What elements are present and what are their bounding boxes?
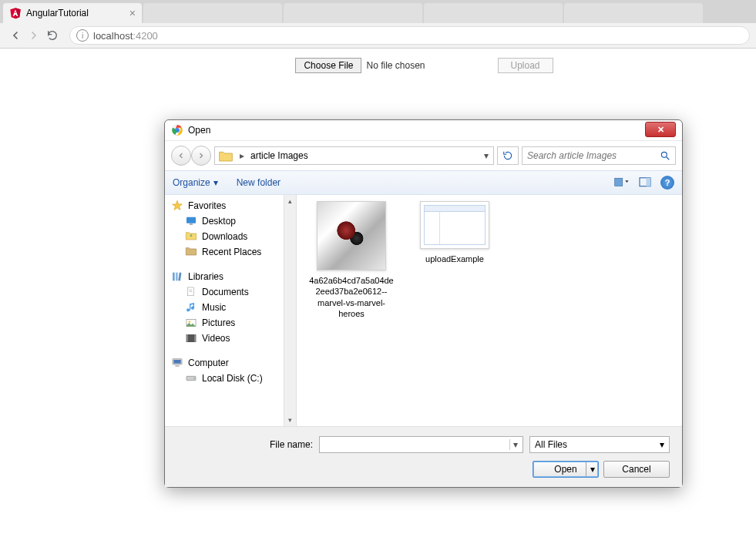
downloads-icon: [185, 230, 197, 243]
choose-file-button[interactable]: Choose File: [295, 58, 361, 73]
dialog-search-box[interactable]: [522, 146, 676, 165]
file-item[interactable]: uploadExample: [412, 201, 497, 264]
sidebar-item-desktop[interactable]: Desktop: [165, 213, 284, 229]
reload-button[interactable]: [43, 26, 62, 45]
videos-icon: [185, 332, 197, 344]
svg-rect-11: [173, 273, 175, 281]
scroll-down-icon[interactable]: ▾: [284, 414, 296, 426]
disk-icon: [185, 372, 197, 384]
music-icon: [185, 301, 197, 314]
organize-menu[interactable]: Organize ▾: [173, 177, 218, 188]
svg-point-4: [661, 152, 667, 157]
sidebar-item-local-disk[interactable]: Local Disk (C:): [165, 371, 284, 386]
sidebar-item-documents[interactable]: Documents: [165, 284, 284, 300]
dialog-forward-button[interactable]: [191, 146, 211, 166]
sidebar-item-pictures[interactable]: Pictures: [165, 315, 284, 331]
svg-rect-12: [176, 273, 178, 281]
browser-tab-inactive[interactable]: [143, 3, 282, 23]
breadcrumb[interactable]: ▸ article Images ▾: [214, 146, 494, 165]
sidebar-libraries-header[interactable]: Libraries: [165, 269, 284, 284]
nav-bar: i localhost:4200: [0, 23, 756, 48]
sidebar-favorites-header[interactable]: Favorites: [165, 198, 284, 213]
dialog-footer: File name: ▾ All Files ▾ Open ▾ Cancel: [165, 426, 682, 487]
svg-rect-20: [186, 334, 188, 341]
sidebar-computer-header[interactable]: Computer: [165, 355, 284, 371]
chrome-icon: [171, 124, 183, 136]
help-icon[interactable]: ?: [660, 176, 674, 190]
tab-bar: AngularTutorial ×: [0, 0, 756, 23]
file-filter-select[interactable]: All Files ▾: [529, 436, 670, 453]
new-folder-button[interactable]: New folder: [237, 177, 281, 188]
dialog-back-button[interactable]: [171, 146, 191, 166]
browser-tab-inactive[interactable]: [564, 3, 703, 23]
svg-rect-24: [175, 365, 179, 366]
dialog-close-button[interactable]: ✕: [645, 122, 676, 137]
info-icon[interactable]: i: [76, 29, 89, 42]
file-status-text: No file chosen: [366, 60, 425, 71]
file-open-dialog: Open ✕ ▸ article Images ▾: [164, 119, 683, 488]
dialog-sidebar: Favorites Desktop Downloads Recent Place…: [165, 195, 284, 426]
svg-rect-21: [194, 334, 196, 341]
forward-button[interactable]: [25, 26, 43, 45]
file-thumbnail: [420, 201, 489, 249]
dialog-body: Favorites Desktop Downloads Recent Place…: [165, 195, 682, 426]
computer-icon: [171, 357, 183, 369]
svg-rect-6: [615, 178, 623, 186]
dialog-toolbar: Organize ▾ New folder ?: [165, 170, 682, 195]
svg-rect-8: [647, 178, 650, 186]
svg-rect-10: [190, 223, 193, 224]
view-mode-button[interactable]: [614, 177, 630, 188]
open-button[interactable]: Open ▾: [533, 461, 599, 478]
sidebar-item-videos[interactable]: Videos: [165, 331, 284, 346]
browser-tab-inactive[interactable]: [284, 3, 422, 23]
preview-pane-button[interactable]: [639, 177, 651, 188]
dialog-search-input[interactable]: [527, 150, 660, 161]
back-button[interactable]: [6, 26, 25, 45]
svg-rect-9: [186, 217, 196, 223]
breadcrumb-item[interactable]: article Images: [247, 150, 311, 161]
libraries-icon: [171, 270, 183, 283]
file-name-label: 4a62a6b4cd7a5a04de2eed37ba2e0612--marvel…: [309, 275, 394, 319]
chevron-down-icon[interactable]: ▾: [509, 439, 518, 450]
dialog-titlebar[interactable]: Open ✕: [165, 120, 682, 141]
url-host: localhost: [93, 30, 133, 42]
sidebar-item-downloads[interactable]: Downloads: [165, 229, 284, 244]
url-port: :4200: [133, 30, 158, 42]
breadcrumb-dropdown-icon[interactable]: ▾: [479, 150, 493, 161]
page-content: Choose File No file chosen Upload: [0, 49, 756, 82]
documents-icon: [185, 286, 197, 298]
url-bar[interactable]: i localhost:4200: [69, 26, 750, 45]
cancel-button[interactable]: Cancel: [603, 461, 670, 478]
browser-chrome: AngularTutorial × i localhost:4200: [0, 0, 756, 49]
chevron-right-icon[interactable]: ▸: [237, 150, 247, 161]
svg-line-5: [667, 157, 670, 160]
filename-combobox[interactable]: ▾: [319, 436, 523, 453]
folder-icon: [218, 149, 234, 162]
path-row: ▸ article Images ▾: [165, 141, 682, 170]
svg-point-26: [193, 378, 195, 379]
sidebar-item-music[interactable]: Music: [165, 300, 284, 315]
sidebar-item-recent[interactable]: Recent Places: [165, 244, 284, 260]
browser-tab-active[interactable]: AngularTutorial ×: [3, 3, 142, 23]
pictures-icon: [185, 317, 197, 329]
tab-title: AngularTutorial: [26, 8, 123, 18]
search-icon[interactable]: [660, 150, 670, 161]
sidebar-scrollbar[interactable]: ▴ ▾: [284, 195, 297, 426]
file-item[interactable]: 4a62a6b4cd7a5a04de2eed37ba2e0612--marvel…: [309, 201, 394, 319]
file-thumbnail: [317, 201, 386, 270]
filename-label: File name:: [270, 439, 313, 450]
upload-row: Choose File No file chosen Upload: [102, 58, 747, 73]
svg-rect-13: [178, 273, 181, 281]
file-area[interactable]: 4a62a6b4cd7a5a04de2eed37ba2e0612--marvel…: [297, 195, 682, 426]
open-split-dropdown[interactable]: ▾: [586, 462, 598, 477]
file-name-label: uploadExample: [412, 254, 497, 264]
filename-input[interactable]: [324, 439, 509, 451]
angular-icon: [9, 7, 22, 19]
recent-icon: [185, 246, 197, 258]
dialog-refresh-button[interactable]: [497, 146, 519, 165]
tab-close-icon[interactable]: ×: [129, 7, 136, 19]
scroll-up-icon[interactable]: ▴: [284, 195, 296, 207]
browser-tab-inactive[interactable]: [424, 3, 563, 23]
upload-button[interactable]: Upload: [498, 58, 553, 73]
svg-point-18: [189, 321, 191, 323]
